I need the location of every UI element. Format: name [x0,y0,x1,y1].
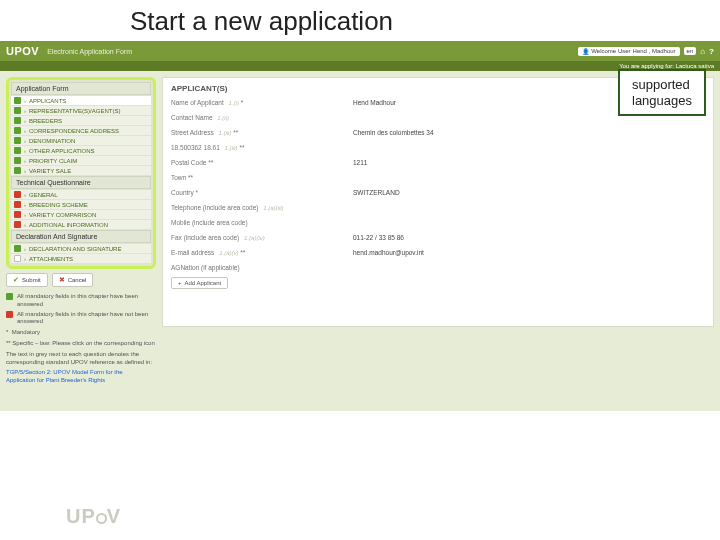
status-dot-red-icon [14,201,21,208]
status-dot-green-icon [14,117,21,124]
callout-supported-languages: supported languages [618,69,706,116]
field-value[interactable]: hend.madhour@upov.int [353,249,705,256]
status-dot-green-icon [14,147,21,154]
field-label: E-mail address 1.(a)(v) ** [171,249,341,256]
chevron-right-icon: › [24,212,26,218]
field-value[interactable] [353,174,705,181]
status-dot-white-icon [14,255,21,262]
home-icon[interactable] [700,47,705,56]
sidebar-section-tq: Technical Questionnaire [11,176,151,189]
chevron-right-icon: › [24,118,26,124]
status-dot-green-icon [14,245,21,252]
field-value[interactable] [353,219,705,226]
field-label: Postal Code ** [171,159,341,166]
chevron-right-icon: › [24,222,26,228]
sidebar-item-label: BREEDERS [29,118,62,124]
sidebar: Application Form ›APPLICANTS›REPRESENTAT… [6,77,156,405]
legend-link-application[interactable]: Application for Plant Breeder's Rights [6,377,105,383]
field-value[interactable] [353,144,705,151]
topbar: UPOV Electronic Application Form Welcome… [0,41,720,61]
chevron-right-icon: › [24,168,26,174]
sidebar-legend: All mandatory fields in this chapter hav… [6,293,156,385]
sidebar-item-label: OTHER APPLICATIONS [29,148,95,154]
field-label: Street Address 1.(iii) ** [171,129,341,136]
legend-red-icon [6,311,13,318]
sidebar-item[interactable]: ›GENERAL [11,190,151,199]
sidebar-item[interactable]: ›CORRESPONDENCE ADDRESS [11,126,151,135]
sidebar-item[interactable]: ›VARIETY SALE [11,166,151,175]
field-label: Name of Applicant 1.(i) * [171,99,341,106]
topbar-subtitle: Electronic Application Form [47,48,132,55]
status-dot-green-icon [14,167,21,174]
sidebar-nav-highlight: Application Form ›APPLICANTS›REPRESENTAT… [6,77,156,269]
status-dot-red-icon [14,211,21,218]
sidebar-item-label: VARIETY SALE [29,168,71,174]
chevron-right-icon: › [24,202,26,208]
brand-logo: UPOV [6,45,39,57]
chevron-right-icon: › [24,98,26,104]
field-value[interactable]: 011-22 / 33 85 86 [353,234,705,241]
field-value[interactable]: Chemin des colombettes 34 [353,129,705,136]
chevron-right-icon: › [24,128,26,134]
language-selector[interactable]: en [684,47,697,55]
sidebar-item[interactable]: ›DENOMINATION [11,136,151,145]
user-prefix: Welcome User [591,48,630,54]
sidebar-item-label: CORRESPONDENCE ADDRESS [29,128,119,134]
sidebar-item[interactable]: ›REPRESENTATIVE(S)/AGENT(S) [11,106,151,115]
field-value[interactable] [353,204,705,211]
sidebar-item-label: VARIETY COMPARISON [29,212,96,218]
legend-link-tgp5[interactable]: TGP/5/Section 2: UPOV Model Form for the [6,369,123,375]
plus-icon: + [178,280,182,286]
field-value[interactable]: 1211 [353,159,705,166]
user-chip[interactable]: Welcome User Hend , Madhour [578,47,679,56]
field-label: Telephone (include area code) 1.(a)(iii) [171,204,341,211]
status-dot-green-icon [14,137,21,144]
globe-icon [96,513,107,524]
status-dot-red-icon [14,221,21,228]
sidebar-item-label: DECLARATION AND SIGNATURE [29,246,121,252]
field-label: Contact Name 1.(ii) [171,114,341,121]
chevron-right-icon: › [24,256,26,262]
add-applicant-button[interactable]: +Add Applicant [171,277,228,289]
application-frame: UPOV Electronic Application Form Welcome… [0,41,720,411]
legend-green-icon [6,293,13,300]
status-dot-green-icon [14,127,21,134]
sidebar-item-label: ATTACHMENTS [29,256,73,262]
user-icon [582,48,589,55]
chevron-right-icon: › [24,246,26,252]
user-name: Hend , Madhour [633,48,676,54]
sidebar-item-label: ADDITIONAL INFORMATION [29,222,108,228]
status-dot-green-icon [14,97,21,104]
field-label: AGNation (if applicable) [171,264,341,271]
sidebar-item-label: APPLICANTS [29,98,66,104]
sidebar-item-label: BREEDING SCHEME [29,202,88,208]
sidebar-item[interactable]: ›ADDITIONAL INFORMATION [11,220,151,229]
chevron-right-icon: › [24,192,26,198]
check-icon [13,276,19,284]
main-area: Application Form ›APPLICANTS›REPRESENTAT… [0,71,720,411]
sidebar-item-label: DENOMINATION [29,138,75,144]
footer-brand-logo: UPV [66,505,121,528]
status-dot-green-icon [14,157,21,164]
sidebar-item[interactable]: ›ATTACHMENTS [11,254,151,263]
sidebar-item[interactable]: ›DECLARATION AND SIGNATURE [11,244,151,253]
submit-button[interactable]: Submit [6,273,48,287]
sidebar-item[interactable]: ›BREEDING SCHEME [11,200,151,209]
sidebar-item[interactable]: ›APPLICANTS [11,96,151,105]
status-dot-red-icon [14,191,21,198]
sidebar-item-label: REPRESENTATIVE(S)/AGENT(S) [29,108,120,114]
field-value[interactable] [353,264,705,271]
chevron-right-icon: › [24,138,26,144]
chevron-right-icon: › [24,158,26,164]
field-label: Town ** [171,174,341,181]
field-value[interactable]: SWITZERLAND [353,189,705,196]
cancel-button[interactable]: Cancel [52,273,94,287]
sidebar-item-label: PRIORITY CLAIM [29,158,77,164]
chevron-right-icon: › [24,108,26,114]
help-icon[interactable] [709,47,714,56]
sidebar-item[interactable]: ›BREEDERS [11,116,151,125]
sidebar-item[interactable]: ›PRIORITY CLAIM [11,156,151,165]
sidebar-item[interactable]: ›VARIETY COMPARISON [11,210,151,219]
sidebar-item[interactable]: ›OTHER APPLICATIONS [11,146,151,155]
sidebar-section-application-form: Application Form [11,82,151,95]
